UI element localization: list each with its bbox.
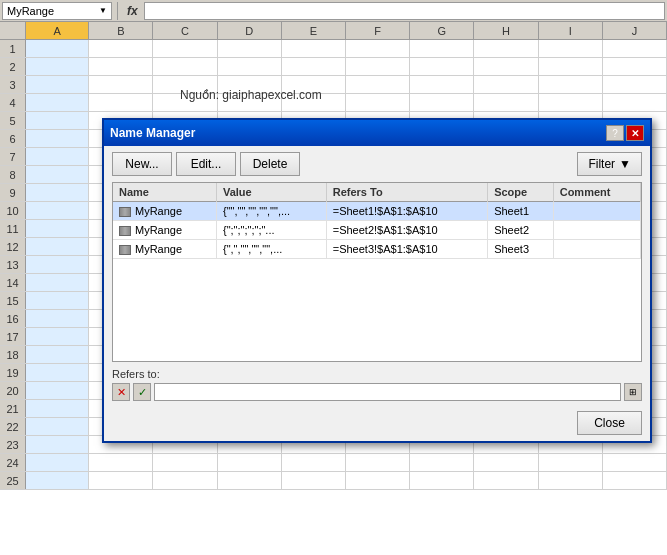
table-row: 1 bbox=[0, 40, 667, 58]
col-header-f[interactable]: F bbox=[346, 22, 410, 39]
cell-value: {";";";";";"... bbox=[216, 221, 326, 240]
name-box-arrow: ▼ bbox=[99, 6, 107, 15]
filter-arrow-icon: ▼ bbox=[619, 157, 631, 171]
cell-value: {"","","","","",... bbox=[216, 202, 326, 221]
cell-name: MyRange bbox=[113, 202, 216, 221]
table-row: 25 bbox=[0, 472, 667, 490]
refers-to-input[interactable] bbox=[154, 383, 621, 401]
filter-label: Filter bbox=[588, 157, 615, 171]
col-header-h[interactable]: H bbox=[474, 22, 538, 39]
cell-value: {",","","","",... bbox=[216, 240, 326, 259]
col-header-scope: Scope bbox=[488, 183, 554, 202]
source-text: Nguồn: giaiphapexcel.com bbox=[180, 88, 322, 102]
col-header-value: Value bbox=[216, 183, 326, 202]
dialog-toolbar: New... Edit... Delete Filter ▼ bbox=[104, 146, 650, 182]
table-header-row: Name Value Refers To Scope Comment bbox=[113, 183, 641, 202]
edit-button[interactable]: Edit... bbox=[176, 152, 236, 176]
table-row: 4 bbox=[0, 94, 667, 112]
table-row[interactable]: MyRange {";";";";";"... =Sheet2!$A$1:$A$… bbox=[113, 221, 641, 240]
col-header-refers-to: Refers To bbox=[326, 183, 487, 202]
names-table: Name Value Refers To Scope Comment MyRan… bbox=[113, 183, 641, 259]
dialog-table-container: Name Value Refers To Scope Comment MyRan… bbox=[112, 182, 642, 362]
col-header-c[interactable]: C bbox=[153, 22, 217, 39]
col-header-comment: Comment bbox=[553, 183, 640, 202]
name-box[interactable]: MyRange ▼ bbox=[2, 2, 112, 20]
cell-name: MyRange bbox=[113, 221, 216, 240]
refers-to-label: Refers to: bbox=[112, 368, 642, 380]
delete-button[interactable]: Delete bbox=[240, 152, 300, 176]
table-row: 3 bbox=[0, 76, 667, 94]
fx-icon: fx bbox=[123, 4, 142, 18]
filter-button[interactable]: Filter ▼ bbox=[577, 152, 642, 176]
spreadsheet: MyRange ▼ fx A B C D E F G H I J 1 2 3 4… bbox=[0, 0, 667, 555]
name-manager-dialog: Name Manager ? ✕ New... Edit... Delete F… bbox=[102, 118, 652, 443]
cell-refers-to: =Sheet1!$A$1:$A$10 bbox=[326, 202, 487, 221]
name-box-value: MyRange bbox=[7, 5, 54, 17]
cell-comment bbox=[553, 221, 640, 240]
col-header-j[interactable]: J bbox=[603, 22, 667, 39]
dialog-controls: ? ✕ bbox=[606, 125, 644, 141]
table-row: 2 bbox=[0, 58, 667, 76]
cell-name: MyRange bbox=[113, 240, 216, 259]
table-row[interactable]: MyRange {",","","","",... =Sheet3!$A$1:$… bbox=[113, 240, 641, 259]
table-body: MyRange {"","","","","",... =Sheet1!$A$1… bbox=[113, 202, 641, 259]
col-header-i[interactable]: I bbox=[539, 22, 603, 39]
col-header-g[interactable]: G bbox=[410, 22, 474, 39]
col-header-a[interactable]: A bbox=[26, 22, 89, 39]
dialog-help-button[interactable]: ? bbox=[606, 125, 624, 141]
cell-refers-to: =Sheet3!$A$1:$A$10 bbox=[326, 240, 487, 259]
table-row[interactable]: MyRange {"","","","","",... =Sheet1!$A$1… bbox=[113, 202, 641, 221]
dialog-footer: Close bbox=[104, 405, 650, 441]
refers-to-row: ✕ ✓ ⊞ bbox=[112, 383, 642, 401]
cell-scope: Sheet1 bbox=[488, 202, 554, 221]
fx-separator bbox=[117, 2, 118, 20]
dialog-title: Name Manager bbox=[110, 126, 195, 140]
refers-confirm-button[interactable]: ✓ bbox=[133, 383, 151, 401]
col-header-b[interactable]: B bbox=[89, 22, 153, 39]
cell-comment bbox=[553, 240, 640, 259]
refers-cancel-button[interactable]: ✕ bbox=[112, 383, 130, 401]
cell-comment bbox=[553, 202, 640, 221]
col-header-e[interactable]: E bbox=[282, 22, 346, 39]
formula-input[interactable] bbox=[144, 2, 665, 20]
row-header-spacer bbox=[0, 22, 26, 39]
collapse-button[interactable]: ⊞ bbox=[624, 383, 642, 401]
close-dialog-button[interactable]: Close bbox=[577, 411, 642, 435]
formula-bar: MyRange ▼ fx bbox=[0, 0, 667, 22]
new-button[interactable]: New... bbox=[112, 152, 172, 176]
table-row: 24 bbox=[0, 454, 667, 472]
col-header-d[interactable]: D bbox=[218, 22, 282, 39]
dialog-close-title-button[interactable]: ✕ bbox=[626, 125, 644, 141]
col-header-name: Name bbox=[113, 183, 216, 202]
refers-to-section: Refers to: ✕ ✓ ⊞ bbox=[104, 362, 650, 405]
cell-refers-to: =Sheet2!$A$1:$A$10 bbox=[326, 221, 487, 240]
column-headers: A B C D E F G H I J bbox=[0, 22, 667, 40]
dialog-titlebar: Name Manager ? ✕ bbox=[104, 120, 650, 146]
cell-scope: Sheet3 bbox=[488, 240, 554, 259]
cell-scope: Sheet2 bbox=[488, 221, 554, 240]
